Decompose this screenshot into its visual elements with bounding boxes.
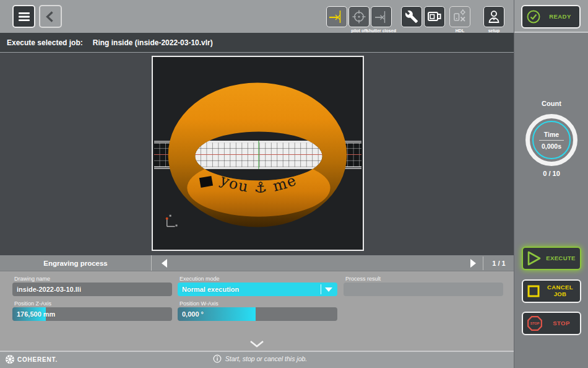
position-z-field[interactable]: 176,500 mm	[12, 307, 172, 321]
service-tool	[401, 6, 422, 27]
laser-tool	[326, 6, 347, 27]
play-icon	[527, 250, 542, 266]
position-w-label: Position W-Axis	[179, 300, 218, 307]
position-z-value: 176,500 mm	[17, 307, 55, 321]
pilot-laser-tool: pilot off	[348, 6, 370, 27]
position-w-value: 0,000 °	[182, 307, 204, 321]
position-w-field[interactable]: 0,000 °	[178, 307, 337, 321]
procbar-divider	[483, 256, 483, 270]
crosshair-icon	[351, 9, 367, 25]
status-footer: COHERENT. Start, stop or cancel this job…	[0, 351, 514, 368]
hdl-button[interactable]	[449, 6, 470, 27]
hdl-icon	[452, 9, 468, 25]
ring-3d-scene: you ⚓ me	[153, 57, 363, 250]
next-page-button[interactable]	[470, 259, 476, 268]
job-title-value: Ring inside (inside-2022-03-10.vlr)	[93, 38, 213, 47]
shutter-button[interactable]	[371, 6, 392, 27]
position-z-label: Position Z-Axis	[14, 300, 51, 307]
execution-mode-dropdown[interactable]: Normal execution	[178, 283, 337, 296]
brand-logo: COHERENT.	[5, 354, 58, 364]
chevron-down-icon	[248, 340, 266, 348]
wrench-icon	[405, 10, 418, 24]
cancel-square-icon	[527, 284, 540, 298]
ready-status-button[interactable]: READY	[521, 5, 581, 28]
laser-button[interactable]	[326, 6, 347, 27]
time-value: 0,000s	[542, 142, 561, 150]
prev-page-button[interactable]	[162, 259, 167, 268]
back-icon	[43, 9, 58, 24]
stop-label: STOP	[547, 320, 576, 327]
time-gauge: Time 0,000s	[525, 114, 577, 166]
process-result-label: Process result	[345, 276, 381, 282]
app-window: pilot off shutter closed	[0, 0, 588, 368]
user-icon	[486, 9, 501, 24]
process-form-panel: Drawing name inside-2022-03-10.lli Execu…	[0, 271, 514, 351]
process-result-field	[344, 283, 503, 296]
camera-button[interactable]	[424, 6, 445, 27]
cancel-job-label: CANCEL JOB	[544, 284, 576, 298]
setup-label: setup	[475, 28, 513, 33]
stop-button[interactable]: STOP STOP	[522, 312, 581, 335]
service-button[interactable]	[401, 6, 422, 27]
cancel-job-button[interactable]: CANCEL JOB	[522, 279, 581, 303]
menu-button[interactable]	[12, 5, 35, 28]
process-title: Engraving process	[0, 255, 152, 271]
preview-viewport[interactable]: you ⚓ me	[0, 53, 514, 255]
shutter-tool: shutter closed	[371, 6, 392, 27]
chevron-down-icon	[325, 287, 332, 292]
hdl-label: HDL	[441, 28, 479, 33]
dropdown-divider	[321, 284, 321, 294]
job-title-label: Execute selected job:	[7, 38, 83, 47]
gauge-divider	[539, 140, 564, 141]
process-header-bar: Engraving process 1 / 1	[0, 255, 514, 271]
count-label: Count	[514, 100, 588, 107]
laser-beam-icon	[329, 9, 345, 25]
camera-tool	[424, 6, 445, 27]
drawing-name-value: inside-2022-03-10.lli	[17, 283, 81, 296]
camera-icon	[426, 9, 443, 25]
execute-button[interactable]: EXECUTE	[522, 247, 581, 270]
footer-hint: Start, stop or cancel this job.	[186, 354, 334, 363]
execution-mode-value: Normal execution	[182, 283, 239, 296]
panel-expander[interactable]	[248, 340, 266, 348]
back-button[interactable]	[39, 5, 62, 28]
brand-name: COHERENT.	[17, 356, 58, 363]
top-toolbar: pilot off shutter closed	[0, 0, 514, 33]
pilot-laser-button[interactable]	[348, 6, 370, 27]
drawing-name-field[interactable]: inside-2022-03-10.lli	[12, 283, 172, 296]
job-title-bar: Execute selected job: Ring inside (insid…	[0, 33, 514, 53]
shutter-label: shutter closed	[362, 28, 400, 33]
ready-label: READY	[545, 14, 576, 20]
time-gauge-inner: Time 0,000s	[532, 121, 571, 159]
coherent-logo-icon	[5, 354, 15, 364]
execution-mode-label: Execution mode	[179, 276, 220, 282]
info-icon	[213, 354, 222, 363]
stop-octagon-icon: STOP	[527, 315, 543, 331]
setup-button[interactable]	[483, 6, 504, 27]
page-indicator: 1 / 1	[484, 255, 514, 271]
footer-hint-text: Start, stop or cancel this job.	[225, 355, 307, 362]
setup-tool: setup	[483, 6, 504, 27]
axes-indicator	[166, 215, 178, 227]
drawing-name-label: Drawing name	[14, 276, 50, 282]
shutter-laser-icon	[373, 9, 389, 25]
time-label: Time	[544, 131, 559, 138]
check-circle-icon	[526, 9, 541, 24]
right-sidebar: READY Count Time 0,000s 0 / 10 EXECUTE C…	[514, 0, 588, 368]
svg-text:STOP: STOP	[530, 322, 540, 325]
hamburger-icon	[17, 9, 32, 24]
marking-field-panel: you ⚓ me	[152, 56, 364, 251]
execute-label: EXECUTE	[545, 255, 576, 262]
count-progress: 0 / 10	[514, 170, 588, 177]
hdl-tool: HDL	[449, 6, 470, 27]
engraving-marker	[199, 176, 213, 188]
